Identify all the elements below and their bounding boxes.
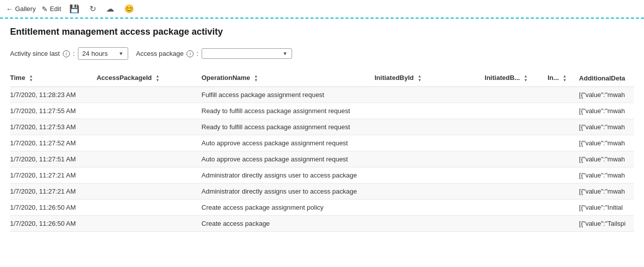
refresh-button[interactable]: ↻ — [87, 3, 98, 15]
col-header-time[interactable]: Time ▲▼ — [10, 70, 97, 86]
cell-access-package-id — [97, 151, 202, 167]
cell-initiated-b — [485, 167, 547, 183]
activity-info-icon[interactable]: i — [63, 50, 70, 57]
col-header-operation-name[interactable]: OperationName ▲▼ — [202, 70, 375, 86]
table-row[interactable]: 1/7/2020, 11:27:21 AMAdministrator direc… — [10, 183, 634, 199]
activity-filter-group: Activity since last i : 24 hours ▼ — [10, 47, 128, 60]
cell-additional-data: [{"value":"mwah — [579, 119, 634, 135]
cell-time: 1/7/2020, 11:27:21 AM — [10, 167, 97, 183]
back-arrow-icon: ← — [6, 5, 13, 13]
cell-operation-name: Fulfill access package assignment reques… — [202, 86, 375, 103]
cell-initiated-b — [485, 135, 547, 151]
cell-additional-data: [{"value":"Initial — [579, 199, 634, 215]
edit-button[interactable]: ✎ Edit — [42, 5, 61, 13]
col-header-initiated-by-id[interactable]: InitiatedById ▲▼ — [375, 70, 485, 86]
cell-access-package-id — [97, 183, 202, 199]
cell-in — [547, 151, 579, 167]
cell-initiated-by-id — [375, 86, 485, 103]
cell-operation-name: Auto approve access package assignment r… — [202, 135, 375, 151]
cell-operation-name: Auto approve access package assignment r… — [202, 151, 375, 167]
cell-initiated-by-id — [375, 183, 485, 199]
cell-initiated-by-id — [375, 103, 485, 119]
cell-time: 1/7/2020, 11:27:52 AM — [10, 135, 97, 151]
cell-time: 1/7/2020, 11:26:50 AM — [10, 199, 97, 215]
emoji-button[interactable]: 😊 — [122, 3, 136, 15]
activity-colon: : — [73, 50, 75, 57]
activity-filter-label: Activity since last — [10, 50, 60, 57]
cell-in — [547, 183, 579, 199]
table-row[interactable]: 1/7/2020, 11:27:21 AMAdministrator direc… — [10, 167, 634, 183]
access-package-filter-group: Access package i : ▼ — [136, 48, 292, 59]
cell-initiated-b — [485, 119, 547, 135]
cell-access-package-id — [97, 135, 202, 151]
sort-icons-initiated-id: ▲▼ — [418, 74, 422, 82]
table-row[interactable]: 1/7/2020, 11:27:53 AMReady to fulfill ac… — [10, 119, 634, 135]
cell-operation-name: Administrator directly assigns user to a… — [202, 167, 375, 183]
cell-time: 1/7/2020, 11:27:51 AM — [10, 151, 97, 167]
access-package-colon: : — [197, 50, 199, 57]
gallery-label: Gallery — [15, 5, 36, 13]
cell-time: 1/7/2020, 11:27:53 AM — [10, 119, 97, 135]
cell-operation-name: Administrator directly assigns user to a… — [202, 183, 375, 199]
cell-access-package-id — [97, 215, 202, 231]
col-header-additional-data[interactable]: AdditionalDeta — [579, 70, 634, 86]
edit-icon: ✎ — [42, 5, 48, 13]
sort-icons-time: ▲▼ — [29, 74, 33, 82]
table-row[interactable]: 1/7/2020, 11:27:55 AMReady to fulfill ac… — [10, 103, 634, 119]
activity-select[interactable]: 24 hours ▼ — [78, 47, 128, 60]
table-row[interactable]: 1/7/2020, 11:26:50 AMCreate access packa… — [10, 199, 634, 215]
cell-in — [547, 103, 579, 119]
access-package-info-icon[interactable]: i — [187, 50, 194, 57]
access-package-filter-label: Access package — [136, 50, 184, 57]
cell-initiated-by-id — [375, 135, 485, 151]
cell-initiated-by-id — [375, 119, 485, 135]
cell-initiated-by-id — [375, 167, 485, 183]
cell-additional-data: [{"value":"mwah — [579, 86, 634, 103]
col-header-initiated-b[interactable]: InitiatedB... ▲▼ — [485, 70, 547, 86]
cell-initiated-by-id — [375, 199, 485, 215]
table-row[interactable]: 1/7/2020, 11:27:52 AMAuto approve access… — [10, 135, 634, 151]
sort-icons-in: ▲▼ — [563, 74, 567, 82]
page-title: Entitlement management access package ac… — [10, 27, 634, 37]
cell-additional-data: [{"value":"mwah — [579, 183, 634, 199]
cell-initiated-b — [485, 86, 547, 103]
activity-select-arrow-icon: ▼ — [119, 51, 124, 56]
cell-initiated-b — [485, 199, 547, 215]
activity-table: Time ▲▼ AccessPackageId ▲▼ OperationName… — [10, 70, 634, 232]
table-row[interactable]: 1/7/2020, 11:28:23 AMFulfill access pack… — [10, 86, 634, 103]
cell-in — [547, 167, 579, 183]
cell-access-package-id — [97, 199, 202, 215]
cell-initiated-by-id — [375, 215, 485, 231]
cell-additional-data: [{"value":"mwah — [579, 167, 634, 183]
cell-in — [547, 199, 579, 215]
table-header-row: Time ▲▼ AccessPackageId ▲▼ OperationName… — [10, 70, 634, 86]
table-row[interactable]: 1/7/2020, 11:26:50 AMCreate access packa… — [10, 215, 634, 231]
gallery-nav[interactable]: ← Gallery — [6, 5, 36, 13]
access-package-select[interactable]: ▼ — [202, 48, 292, 59]
col-header-in[interactable]: In... ▲▼ — [547, 70, 579, 86]
upload-button[interactable]: ☁ — [104, 3, 116, 15]
cell-operation-name: Ready to fulfill access package assignme… — [202, 119, 375, 135]
table-row[interactable]: 1/7/2020, 11:27:51 AMAuto approve access… — [10, 151, 634, 167]
cell-additional-data: [{"value":"mwah — [579, 135, 634, 151]
cell-operation-name: Ready to fulfill access package assignme… — [202, 103, 375, 119]
cell-additional-data: [{"value":"mwah — [579, 151, 634, 167]
cell-initiated-b — [485, 183, 547, 199]
sort-icons-initiated-b: ▲▼ — [524, 74, 528, 82]
cell-time: 1/7/2020, 11:26:50 AM — [10, 215, 97, 231]
access-package-arrow-icon: ▼ — [283, 51, 288, 56]
cell-initiated-by-id — [375, 151, 485, 167]
save-button[interactable]: 💾 — [67, 3, 81, 15]
cell-access-package-id — [97, 167, 202, 183]
cell-in — [547, 86, 579, 103]
cell-time: 1/7/2020, 11:28:23 AM — [10, 86, 97, 103]
cell-in — [547, 215, 579, 231]
main-content: Entitlement management access package ac… — [0, 19, 644, 240]
cell-additional-data: [{"value":"Tailspi — [579, 215, 634, 231]
col-header-access-package-id[interactable]: AccessPackageId ▲▼ — [97, 70, 202, 86]
cell-initiated-b — [485, 103, 547, 119]
filter-row: Activity since last i : 24 hours ▼ Acces… — [10, 47, 634, 60]
cell-time: 1/7/2020, 11:27:21 AM — [10, 183, 97, 199]
activity-select-value: 24 hours — [82, 50, 115, 57]
cell-operation-name: Create access package — [202, 215, 375, 231]
